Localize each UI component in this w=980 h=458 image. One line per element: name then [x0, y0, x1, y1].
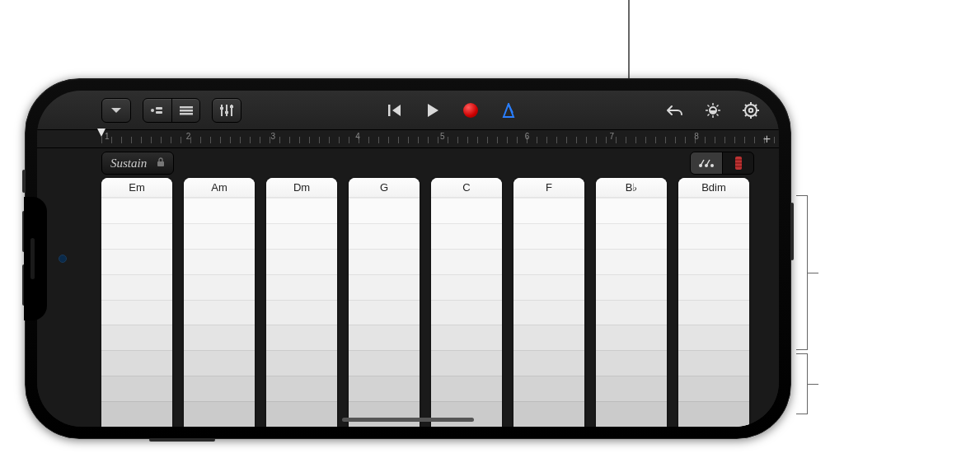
go-to-beginning-button[interactable]: [382, 97, 408, 124]
chord-segment[interactable]: [266, 223, 337, 249]
chord-strip[interactable]: F: [513, 178, 584, 427]
chord-segment[interactable]: [678, 249, 749, 274]
chord-segment[interactable]: [678, 198, 749, 223]
chord-segment[interactable]: [101, 376, 172, 401]
chord-segment[interactable]: [596, 401, 667, 427]
chord-segment[interactable]: [596, 274, 667, 300]
chord-segment[interactable]: [101, 198, 172, 223]
playhead[interactable]: [101, 130, 111, 147]
chord-segment[interactable]: [431, 274, 502, 300]
chord-segment[interactable]: [101, 401, 172, 427]
record-button[interactable]: [457, 97, 484, 124]
instrument-browser-button[interactable]: [143, 99, 171, 122]
chord-segment[interactable]: [596, 223, 667, 249]
chord-segment[interactable]: [596, 198, 667, 223]
chord-segment[interactable]: [596, 249, 667, 274]
chord-segment[interactable]: [513, 350, 584, 376]
chord-strip[interactable]: Am: [184, 178, 255, 427]
chord-segment[interactable]: [184, 198, 255, 223]
chord-segment[interactable]: [678, 376, 749, 401]
chord-segment[interactable]: [349, 198, 420, 223]
add-section-button[interactable]: +: [763, 132, 771, 147]
chord-segment[interactable]: [184, 376, 255, 401]
chord-strips-view-button[interactable]: [691, 152, 722, 174]
chord-segment[interactable]: [349, 223, 420, 249]
undo-button[interactable]: [662, 97, 688, 124]
chord-segment[interactable]: [101, 274, 172, 300]
chord-segment[interactable]: [101, 249, 172, 274]
chord-segment[interactable]: [349, 249, 420, 274]
chord-segment[interactable]: [513, 376, 584, 401]
chord-segment[interactable]: [513, 249, 584, 274]
chord-segment[interactable]: [431, 401, 502, 427]
chord-segment[interactable]: [349, 401, 420, 427]
notes-view-button[interactable]: [722, 152, 753, 174]
chord-segment[interactable]: [266, 249, 337, 274]
chord-segment[interactable]: [266, 325, 337, 350]
chord-segment[interactable]: [266, 401, 337, 427]
chord-segment[interactable]: [678, 300, 749, 325]
chord-segment[interactable]: [349, 350, 420, 376]
chord-segment[interactable]: [266, 300, 337, 325]
edit-chords-button[interactable]: [700, 97, 726, 124]
chord-segment[interactable]: [678, 223, 749, 249]
chord-segment[interactable]: [596, 376, 667, 401]
nav-disclosure-button[interactable]: [101, 98, 131, 123]
chord-segment[interactable]: [431, 376, 502, 401]
chord-segment[interactable]: [513, 274, 584, 300]
track-controls-button[interactable]: [212, 98, 241, 123]
chord-segment[interactable]: [101, 325, 172, 350]
chord-segment[interactable]: [349, 376, 420, 401]
chord-segment[interactable]: [101, 223, 172, 249]
chord-segment[interactable]: [431, 300, 502, 325]
chord-strip[interactable]: B♭: [596, 178, 667, 427]
chord-segment[interactable]: [184, 249, 255, 274]
chord-segment[interactable]: [349, 274, 420, 300]
chord-strip[interactable]: Dm: [266, 178, 337, 427]
chord-strip[interactable]: Bdim: [678, 178, 749, 427]
chord-segment[interactable]: [101, 300, 172, 325]
chord-segment[interactable]: [678, 325, 749, 350]
chord-segment[interactable]: [678, 274, 749, 300]
tracks-view-button[interactable]: [171, 99, 199, 122]
chord-segment[interactable]: [513, 325, 584, 350]
play-button[interactable]: [420, 97, 446, 124]
chord-segment[interactable]: [184, 401, 255, 427]
chord-segment[interactable]: [266, 274, 337, 300]
chord-segment[interactable]: [431, 249, 502, 274]
chord-strip[interactable]: Em: [101, 178, 172, 427]
chord-segment[interactable]: [678, 350, 749, 376]
chord-strip[interactable]: C: [431, 178, 502, 427]
svg-rect-9: [220, 107, 223, 110]
chord-segment[interactable]: [431, 325, 502, 350]
metronome-button[interactable]: [495, 97, 522, 124]
sustain-toggle[interactable]: Sustain: [101, 152, 174, 175]
chord-segment[interactable]: [349, 325, 420, 350]
chord-segment[interactable]: [184, 325, 255, 350]
chord-segment[interactable]: [349, 300, 420, 325]
home-indicator[interactable]: [342, 418, 474, 422]
chord-segment[interactable]: [184, 223, 255, 249]
chord-segment[interactable]: [266, 198, 337, 223]
chord-segment[interactable]: [513, 223, 584, 249]
chord-segment[interactable]: [184, 274, 255, 300]
chord-segment[interactable]: [431, 350, 502, 376]
chord-segment[interactable]: [101, 350, 172, 376]
timeline-ruler[interactable]: 1 2 3 4 5 6 7 8 +: [37, 130, 779, 148]
chord-segment[interactable]: [513, 401, 584, 427]
chord-segment[interactable]: [266, 376, 337, 401]
chord-segment[interactable]: [596, 350, 667, 376]
settings-button[interactable]: [738, 97, 764, 124]
chord-segment[interactable]: [184, 350, 255, 376]
chord-segment[interactable]: [678, 401, 749, 427]
chord-segment[interactable]: [513, 198, 584, 223]
chord-strip[interactable]: G: [349, 178, 420, 427]
chord-segment[interactable]: [596, 325, 667, 350]
chord-segment[interactable]: [184, 300, 255, 325]
chord-segment[interactable]: [513, 300, 584, 325]
chord-segment[interactable]: [431, 198, 502, 223]
ruler-bar-number: 5: [440, 132, 445, 141]
chord-segment[interactable]: [596, 300, 667, 325]
chord-segment[interactable]: [266, 350, 337, 376]
chord-segment[interactable]: [431, 223, 502, 249]
